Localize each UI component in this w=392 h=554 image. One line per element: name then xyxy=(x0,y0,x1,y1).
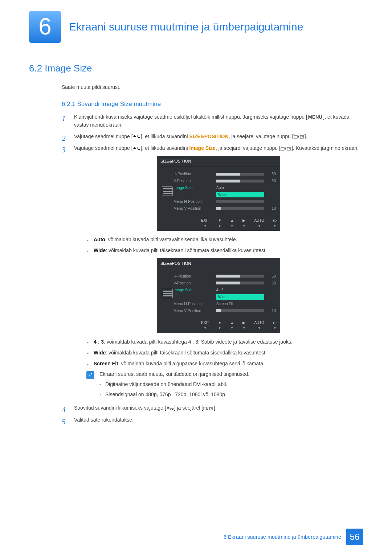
chapter-header: 6 Ekraani suuruse muutmine ja ümberpaigu… xyxy=(29,11,363,43)
osd-option-auto: Auto xyxy=(216,185,276,190)
osd-title: SIZE&POSITION xyxy=(157,156,280,167)
right-arrow-icon: ▶ xyxy=(242,218,245,223)
svg-marker-12 xyxy=(167,407,170,409)
osd-title: SIZE&POSITION xyxy=(157,258,280,269)
bullets-2: 4 : 3: võimaldab kuvada pilti kuvasuhteg… xyxy=(87,338,363,368)
osd-label-mhpos: Menu H-Position xyxy=(173,198,213,204)
up-down-arrow-icon: / xyxy=(133,133,141,141)
osd-option-screenfit: Screen Fit xyxy=(216,301,276,307)
bullet-screenfit: Screen Fit: võimaldab kuvada pilti algup… xyxy=(87,360,363,368)
footer-label: 6 Ekraani suuruse muutmine ja ümberpaigu… xyxy=(224,533,341,541)
chapter-title: Ekraani suuruse muutmine ja ümberpaiguta… xyxy=(69,20,303,33)
osd-auto-label: AUTO xyxy=(254,218,264,223)
up-arrow-icon: ▲ xyxy=(230,218,234,223)
osd-label-hpos: H-Position xyxy=(173,171,213,177)
label-43: 4 : 3 xyxy=(94,339,104,345)
osd-footer: EXIT▾ ▼▾ ▲▾ ▶▾ AUTO▾ ⏻▾ xyxy=(157,319,280,333)
step-text: ]. xyxy=(305,134,307,139)
osd-screenshot-1: SIZE&POSITION H-Position:50 V-Position:5… xyxy=(157,156,280,231)
svg-text:/: / xyxy=(137,147,138,151)
step-number: 1 xyxy=(62,112,66,125)
bullet-auto: Auto: võimaldab kuvada pilti vastavalt s… xyxy=(87,236,363,244)
svg-marker-6 xyxy=(133,147,136,149)
osd-label-imgsize: Image Size xyxy=(173,185,213,190)
right-arrow-icon: ▶ xyxy=(242,320,245,326)
step-text: Valitud säte rakendatakse. xyxy=(74,417,134,423)
highlight-sizeposition: SIZE&POSITION xyxy=(189,134,229,139)
page-footer: 6 Ekraani suuruse muutmine ja ümberpaigu… xyxy=(29,529,363,545)
step-text: ] ja seejärel [ xyxy=(174,405,203,411)
step-1: 1 Klahvijuhendi kuvamiseks vajutage sead… xyxy=(62,113,363,129)
bullet-wide2: Wide: võimaldab kuvada pilti täisekraani… xyxy=(87,349,363,357)
osd-option-wide: Wide xyxy=(216,192,264,197)
step-number: 2 xyxy=(62,132,66,144)
highlight-imagesize: Image Size xyxy=(189,145,216,151)
label-wide: Wide xyxy=(94,350,106,356)
bullets-1: Auto: võimaldab kuvada pilti vastavalt s… xyxy=(87,236,363,254)
osd-label-mvpos: Menu V-Position xyxy=(173,205,213,211)
svg-rect-5 xyxy=(300,135,303,138)
step-text: ], et liikuda suvandini xyxy=(141,134,189,139)
enter-source-icon: / xyxy=(281,144,291,152)
svg-marker-14 xyxy=(171,409,174,410)
osd-label-vpos: V-Position xyxy=(173,178,213,184)
up-down-arrow-icon: / xyxy=(133,144,141,152)
step-text: Klahvijuhendi kuvamiseks vajutage seadme… xyxy=(74,114,307,120)
osd-option-43: 4 : 3 xyxy=(216,287,276,293)
section-heading: 6.2 Image Size xyxy=(29,61,363,75)
step-text: , ja seejärel vajutage nuppu [ xyxy=(216,145,281,151)
down-triangle-icon: ▾ xyxy=(204,224,206,229)
note-icon xyxy=(86,371,94,379)
screen-icon xyxy=(162,289,173,298)
up-down-arrow-icon: / xyxy=(166,405,174,413)
enter-source-icon: / xyxy=(294,133,305,141)
svg-marker-0 xyxy=(133,135,136,137)
power-icon: ⏻ xyxy=(273,218,277,223)
up-arrow-icon: ▲ xyxy=(230,320,234,326)
step-number: 3 xyxy=(62,144,66,156)
down-arrow-icon: ▼ xyxy=(218,218,222,223)
step-text: ]. Kuvatakse järgmine ekraan. xyxy=(291,145,359,151)
step-text: Soovitud suvandini liikumiseks vajutage … xyxy=(74,405,166,411)
step-3: 3 Vajutage seadmel nuppe [/], et liikuda… xyxy=(62,144,363,401)
step-list: 1 Klahvijuhendi kuvamiseks vajutage sead… xyxy=(62,113,363,424)
osd-exit-label: EXIT xyxy=(201,218,209,223)
step-text: ]. xyxy=(214,405,217,411)
svg-text:/: / xyxy=(285,147,286,151)
enter-source-icon: / xyxy=(203,405,214,413)
svg-rect-3 xyxy=(294,135,297,138)
step-4: 4 Soovitud suvandini liikumiseks vajutag… xyxy=(62,404,363,412)
svg-text:/: / xyxy=(298,135,299,139)
note-item: Digitaalne väljundseade on ühendatud DVI… xyxy=(99,381,249,389)
section-intro: Saate muuta pildi suurust. xyxy=(62,83,363,91)
step-text: Vajutage seadmel nuppe [ xyxy=(74,145,133,151)
footer-divider xyxy=(29,537,217,537)
label-screenfit: Screen Fit xyxy=(94,361,118,366)
osd-option-wide: Wide xyxy=(216,294,264,300)
label-wide: Wide xyxy=(94,247,106,253)
step-2: 2 Vajutage seadmel nuppe [/], et liikuda… xyxy=(62,133,363,141)
label-auto: Auto xyxy=(94,237,105,242)
menu-key: MENU xyxy=(307,114,323,121)
step-text: , ja seejärel vajutage nuppu [ xyxy=(229,134,294,139)
power-icon: ⏻ xyxy=(273,320,277,326)
bullet-43: 4 : 3: võimaldab kuvada pilti kuvasuhteg… xyxy=(87,338,363,346)
screen-icon xyxy=(162,186,173,196)
step-text: ], et liikuda suvandini xyxy=(141,145,189,151)
osd-footer: EXIT▾ ▼▾ ▲▾ ▶▾ AUTO▾ ⏻▾ xyxy=(157,216,280,231)
svg-rect-17 xyxy=(209,407,213,410)
svg-text:/: / xyxy=(207,407,208,411)
note-block: Ekraani suurust saab muuta, kui täidetud… xyxy=(86,370,363,401)
svg-rect-15 xyxy=(203,407,207,410)
subsection-heading: 6.2.1 Suvandi Image Size muutmine xyxy=(62,99,363,109)
step-5: 5 Valitud säte rakendatakse. xyxy=(62,416,363,424)
svg-text:/: / xyxy=(137,135,138,139)
step-text: Vajutage seadmel nuppe [ xyxy=(74,134,133,139)
step-number: 4 xyxy=(62,403,66,416)
chapter-number-badge: 6 xyxy=(29,11,61,43)
note-content: Ekraani suurust saab muuta, kui täidetud… xyxy=(99,370,249,401)
note-item: Sisendsignaal on 480p, 576p , 720p, 1080… xyxy=(99,391,249,399)
down-arrow-icon: ▼ xyxy=(218,320,222,326)
page-number: 56 xyxy=(346,529,363,545)
bullet-wide: Wide: võimaldab kuvada pilti täisekraani… xyxy=(87,247,363,255)
